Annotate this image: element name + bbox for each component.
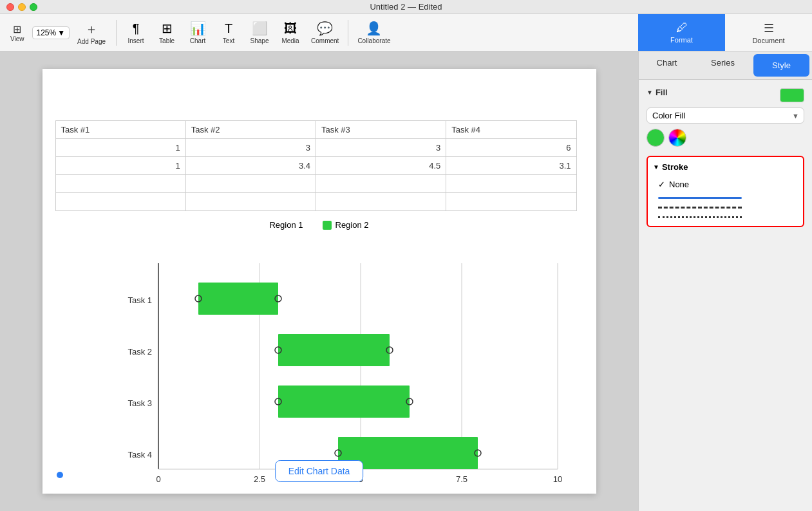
solid-line-preview [658,197,742,199]
table-header-1: Task #1 [55,121,185,139]
chart-icon: 📊 [190,21,206,36]
collaborate-button[interactable]: 👤 Collaborate [354,18,394,47]
format-icon: 🖊 [676,21,688,35]
data-table: Task #1 Task #2 Task #3 Task #4 1 3 3 6 … [55,120,577,211]
stroke-option-dashed[interactable] [653,204,798,211]
style-tab[interactable]: Style [753,54,809,77]
table-r3c4 [446,175,576,193]
insert-icon: ¶ [133,21,140,36]
table-r2c4: 3.1 [446,157,576,175]
table-button[interactable]: ⊞ Table [153,18,181,47]
stroke-label: Stroke [662,162,688,172]
fill-section: ▼ Fill Color Fill Gradient Fill Image Fi… [647,88,804,147]
window-controls [6,3,37,11]
right-panel-header: 🖊 Format ☰ Document [638,14,812,51]
comment-button[interactable]: 💬 Comment [307,18,343,47]
table-icon: ⊞ [162,21,173,36]
stroke-none-label: None [669,180,689,189]
color-options-row [647,129,804,147]
table-r2c3: 4.5 [316,157,446,175]
shape-label: Shape [250,37,269,44]
document-icon: ☰ [764,21,774,35]
stroke-option-dotted[interactable] [653,214,798,221]
zoom-value: 125% [37,28,57,37]
format-tab[interactable]: 🖊 Format [638,14,725,51]
media-icon: 🖼 [284,21,297,36]
panel-content: ▼ Fill Color Fill Gradient Fill Image Fi… [639,80,812,235]
table-r1c3: 3 [316,139,446,157]
stroke-section: ▼ Stroke ✓ None [647,156,804,227]
titlebar: Untitled 2 — Edited [0,0,812,14]
chart-legend: Region 1 Region 2 [55,220,583,230]
stroke-arrow-icon: ▼ [653,163,659,171]
edit-chart-data-button[interactable]: Edit Chart Data [275,460,364,482]
legend-label-region1: Region 1 [269,220,303,230]
table-r1c1: 1 [55,139,185,157]
table-label: Table [159,37,175,44]
blue-indicator-dot [57,472,63,478]
view-button[interactable]: ⊞ View [5,21,30,45]
window-title: Untitled 2 — Edited [370,2,442,12]
series-tab[interactable]: Series [695,51,751,79]
svg-rect-15 [198,283,278,315]
stroke-option-solid[interactable] [653,194,798,201]
document-tab[interactable]: ☰ Document [725,14,812,51]
table-r4c1 [55,193,185,211]
view-icon: ⊞ [13,23,21,35]
fill-select-row: Color Fill Gradient Fill Image Fill None… [647,107,804,124]
close-button[interactable] [6,3,14,11]
svg-text:7.5: 7.5 [455,474,467,484]
table-r3c2 [185,175,316,193]
text-icon: T [225,21,232,36]
media-button[interactable]: 🖼 Media [276,19,305,47]
table-r3c1 [55,175,185,193]
fill-section-header: ▼ Fill [647,88,668,97]
zoom-control[interactable]: 125% ▼ [32,26,70,39]
format-document-tabs: 🖊 Format ☰ Document [638,14,812,51]
add-page-button[interactable]: ＋ Add Page [72,18,111,48]
table-r4c3 [316,193,446,211]
legend-color-region2 [323,221,332,230]
svg-text:Task 4: Task 4 [127,450,152,460]
add-page-icon: ＋ [85,21,98,38]
color-swatch-green[interactable] [647,129,665,147]
stroke-options-list: ✓ None [653,177,798,221]
stroke-section-header: ▼ Stroke [653,162,798,172]
fill-color-indicator[interactable] [780,88,804,102]
collaborate-icon: 👤 [366,21,382,36]
chart-panel-tabs: Chart Series Style [639,51,812,80]
comment-label: Comment [311,37,339,44]
color-wheel-button[interactable] [668,129,686,147]
collaborate-label: Collaborate [357,37,390,44]
text-label: Text [223,37,234,44]
zoom-arrow: ▼ [57,28,65,37]
table-header-2: Task #2 [185,121,316,139]
stroke-option-none[interactable]: ✓ None [653,177,798,192]
shape-button[interactable]: ⬜ Shape [245,18,274,47]
format-tab-label: Format [670,36,693,44]
chart-button[interactable]: 📊 Chart [184,18,212,47]
svg-text:10: 10 [552,474,562,484]
canvas-page[interactable]: Task #1 Task #2 Task #3 Task #4 1 3 3 6 … [42,69,596,494]
text-button[interactable]: T Text [214,19,243,47]
minimize-button[interactable] [18,3,26,11]
legend-item-region1: Region 1 [269,220,303,230]
table-r2c1: 1 [55,157,185,175]
table-r1c2: 3 [185,139,316,157]
fill-type-select[interactable]: Color Fill Gradient Fill Image Fill None [647,107,804,124]
chart-tab[interactable]: Chart [639,51,695,79]
view-label: View [10,35,24,42]
table-header-4: Task #4 [446,121,576,139]
table-r4c2 [185,193,316,211]
svg-text:Task 1: Task 1 [127,295,152,305]
media-label: Media [281,37,299,44]
insert-button[interactable]: ¶ Insert [122,19,150,47]
shape-icon: ⬜ [252,21,268,36]
svg-text:Task 2: Task 2 [127,347,152,357]
insert-label: Insert [128,37,144,44]
toolbar-separator [116,20,117,46]
fill-arrow-icon: ▼ [647,89,653,96]
fill-header-row: ▼ Fill [647,88,804,102]
toolbar-separator-2 [348,20,348,46]
maximize-button[interactable] [30,3,37,11]
